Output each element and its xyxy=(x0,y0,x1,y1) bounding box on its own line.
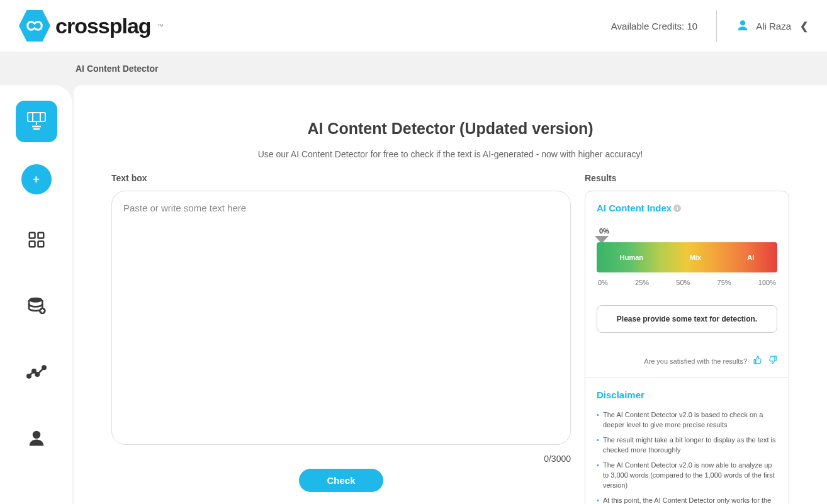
database-icon xyxy=(26,296,47,316)
results-card: AI Content Index i 0% Human Mix AI xyxy=(585,191,789,504)
svg-point-18 xyxy=(42,366,45,369)
gauge-label-mix: Mix xyxy=(689,254,700,261)
analytics-icon xyxy=(26,362,47,382)
plus-icon: + xyxy=(33,173,40,186)
sidebar: + xyxy=(0,85,72,504)
sidebar-add-button[interactable]: + xyxy=(21,164,52,194)
gauge-label-human: Human xyxy=(620,254,643,261)
user-menu[interactable]: Ali Raza ❮ xyxy=(736,18,808,34)
header-divider xyxy=(716,10,717,42)
ai-index-gauge: 0% Human Mix AI 0% 25% 50% 7 xyxy=(597,227,777,286)
gauge-marker-value: 0% xyxy=(599,227,777,235)
detector-icon xyxy=(24,109,49,134)
sidebar-item-profile[interactable] xyxy=(26,427,47,449)
svg-point-11 xyxy=(29,298,42,303)
svg-rect-9 xyxy=(29,242,35,247)
info-icon[interactable]: i xyxy=(673,204,681,212)
svg-point-16 xyxy=(32,369,35,372)
dashboard-icon xyxy=(27,230,46,249)
disclaimer-item: The result might take a bit longer to di… xyxy=(597,435,777,456)
sidebar-item-detector[interactable] xyxy=(16,101,57,142)
disclaimer-item: The AI Content Detector v2.0 is now able… xyxy=(597,461,777,491)
svg-point-17 xyxy=(35,372,38,376)
feedback-row: Are you satisfied with the results? xyxy=(597,356,777,366)
textbox-label: Text box xyxy=(111,173,571,183)
disclaimer-item: The AI Content Detector v2.0 is based to… xyxy=(597,410,777,430)
gauge-bar: Human Mix AI xyxy=(597,242,777,272)
disclaimer-item: At this point, the AI Content Detector o… xyxy=(597,496,777,504)
results-label: Results xyxy=(585,173,789,183)
user-icon xyxy=(736,18,750,34)
page-title: AI Content Detector (Updated version) xyxy=(111,120,789,138)
sidebar-item-analytics[interactable] xyxy=(26,361,47,383)
logo[interactable]: crossplag ™ xyxy=(19,10,164,42)
user-name: Ali Raza xyxy=(756,21,791,31)
thumbs-up-icon[interactable] xyxy=(753,356,762,366)
svg-rect-1 xyxy=(28,113,45,121)
page-subtitle: Use our AI Content Detector for free to … xyxy=(111,149,789,159)
svg-rect-10 xyxy=(38,242,43,247)
chevron-left-icon: ❮ xyxy=(800,20,808,32)
disclaimer-title: Disclaimer xyxy=(597,389,777,400)
sidebar-item-dashboard[interactable] xyxy=(26,229,47,250)
svg-point-15 xyxy=(27,374,30,378)
trademark: ™ xyxy=(157,23,164,30)
check-button[interactable]: Check xyxy=(299,469,383,492)
main-content: AI Content Detector (Updated version) Us… xyxy=(74,85,827,504)
sidebar-item-credits[interactable] xyxy=(26,295,47,316)
profile-icon xyxy=(27,428,46,447)
available-credits: Available Credits: 10 xyxy=(611,21,697,31)
breadcrumb: AI Content Detector xyxy=(0,52,827,85)
ai-index-title: AI Content Index i xyxy=(597,203,777,213)
header: crossplag ™ Available Credits: 10 Ali Ra… xyxy=(0,0,827,52)
feedback-label: Are you satisfied with the results? xyxy=(644,357,747,365)
svg-rect-7 xyxy=(29,233,35,238)
logo-icon xyxy=(19,10,50,42)
content-textarea[interactable] xyxy=(111,191,571,445)
brand-name: crossplag xyxy=(55,14,151,38)
thumbs-down-icon[interactable] xyxy=(768,356,777,366)
svg-point-19 xyxy=(32,431,40,439)
disclaimer-list: The AI Content Detector v2.0 is based to… xyxy=(597,410,777,504)
char-counter: 0/3000 xyxy=(111,454,571,464)
detection-prompt: Please provide some text for detection. xyxy=(597,305,777,333)
svg-point-0 xyxy=(740,20,745,25)
svg-rect-8 xyxy=(38,233,43,238)
gauge-ticks: 0% 25% 50% 75% 100% xyxy=(597,279,777,286)
gauge-label-ai: AI xyxy=(747,254,754,261)
